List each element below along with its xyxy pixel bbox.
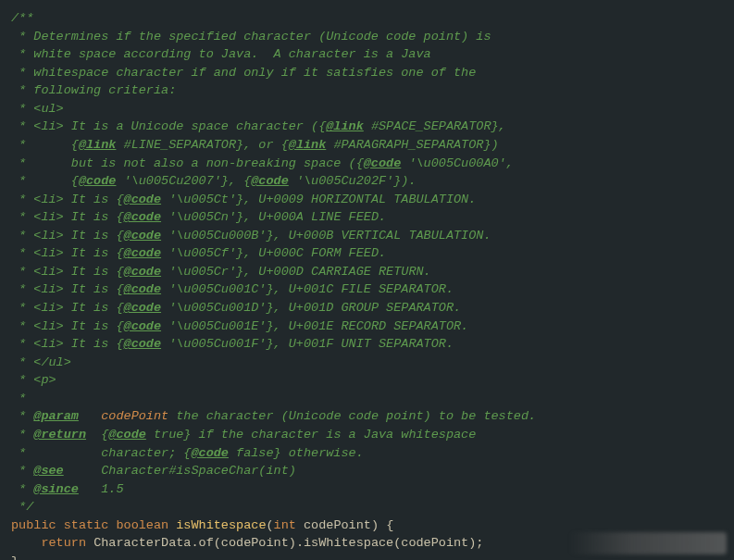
javadoc-line: * <li> It is {@code '\u005Cu001F'}, U+00… xyxy=(11,335,723,354)
javadoc-return: * @return {@code true} if the character … xyxy=(11,426,723,444)
javadoc-line: * <li> It is {@code '\u005Cf'}, U+000C F… xyxy=(11,244,723,263)
javadoc-open: /** xyxy=(11,9,723,28)
javadoc-line: * </ul> xyxy=(11,354,723,372)
javadoc-code: @code xyxy=(124,337,162,351)
javadoc-line: * <li> It is {@code '\u005Cn'}, U+000A L… xyxy=(11,208,723,227)
javadoc-line: * {@link #LINE_SEPARATOR}, or {@link #PA… xyxy=(11,136,723,155)
javadoc-code: @code xyxy=(124,282,162,296)
javadoc-line: * Determines if the specified character … xyxy=(11,28,723,46)
code-editor[interactable]: /** * Determines if the specified charac… xyxy=(0,0,734,560)
javadoc-code: @code xyxy=(124,210,162,224)
javadoc-line: * <li> It is {@code '\u005Cu001E'}, U+00… xyxy=(11,317,723,336)
javadoc-return-cont: * character; {@code false} otherwise. xyxy=(11,444,723,463)
javadoc-line: * <li> It is a Unicode space character (… xyxy=(11,118,723,136)
javadoc-code: @code xyxy=(124,246,162,260)
javadoc-line: * white space according to Java. A chara… xyxy=(11,45,723,64)
javadoc-code: @code xyxy=(251,174,289,188)
javadoc-line: * xyxy=(11,390,723,408)
javadoc-line: * whitespace character if and only if it… xyxy=(11,64,723,82)
javadoc-line: * <li> It is {@code '\u005Cu001C'}, U+00… xyxy=(11,280,723,299)
javadoc-param: * @param codePoint the character (Unicod… xyxy=(11,407,723,426)
javadoc-since: * @since 1.5 xyxy=(11,480,723,499)
javadoc-code: @code xyxy=(364,156,402,170)
javadoc-link: @link xyxy=(326,119,364,133)
javadoc-code: @code xyxy=(124,265,162,279)
javadoc-close: */ xyxy=(11,498,723,516)
javadoc-link: @link xyxy=(79,138,117,152)
javadoc-line: * <li> It is {@code '\u005Ct'}, U+0009 H… xyxy=(11,191,723,209)
javadoc-line: * <li> It is {@code '\u005Cr'}, U+000D C… xyxy=(11,263,723,281)
javadoc-see: * @see Character#isSpaceChar(int) xyxy=(11,462,723,480)
javadoc-line: * <ul> xyxy=(11,100,723,118)
javadoc-line: * <li> It is {@code '\u005Cu001D'}, U+00… xyxy=(11,299,723,317)
javadoc-link: @link xyxy=(289,138,327,152)
javadoc-code: @code xyxy=(79,174,117,188)
javadoc-line: * <li> It is {@code '\u005Cu000B'}, U+00… xyxy=(11,227,723,245)
javadoc-code: @code xyxy=(124,319,162,333)
javadoc-line: * {@code '\u005Cu2007'}, {@code '\u005Cu… xyxy=(11,172,723,191)
javadoc-line: * but is not also a non-breaking space (… xyxy=(11,155,723,173)
javadoc-line: * following criteria: xyxy=(11,81,723,100)
watermark-smudge xyxy=(569,532,727,554)
javadoc-code: @code xyxy=(124,301,162,315)
javadoc-line: * <p> xyxy=(11,371,723,390)
javadoc-code: @code xyxy=(124,229,162,243)
javadoc-code: @code xyxy=(124,193,162,206)
